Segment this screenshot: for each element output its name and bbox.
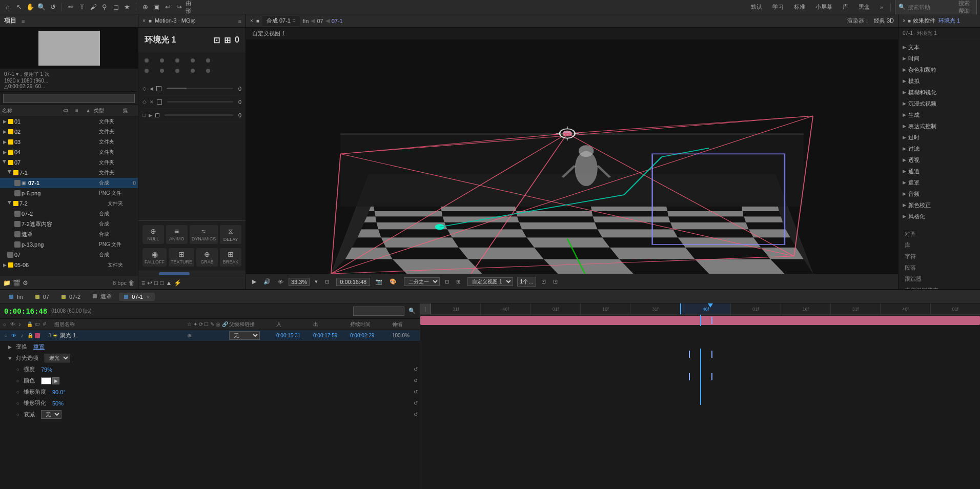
motion-footer-icon4[interactable]: □	[160, 279, 164, 287]
intensity-keyframe-icon[interactable]: ○	[16, 367, 22, 372]
list-item[interactable]: ▶ 05-06 文件夹	[0, 260, 138, 270]
list-item[interactable]: 7-2遮罩内容 合成	[0, 219, 138, 229]
light-options-row[interactable]: ▶ 灯光选项 聚光	[0, 353, 420, 364]
new-comp-icon[interactable]: 🎬	[13, 279, 21, 287]
tl-tab-mask[interactable]: 遮罩	[88, 292, 117, 301]
sync-icon[interactable]: ⊡	[539, 277, 548, 286]
view-select[interactable]: 自定义视图 1	[467, 277, 513, 286]
list-item[interactable]: ▶ 7-1 文件夹	[0, 168, 138, 178]
effect-item-audio[interactable]: ▶ 音频	[899, 188, 980, 199]
transform-reset-link[interactable]: 重置	[33, 343, 45, 351]
tab-default[interactable]: 默认	[748, 2, 765, 12]
search-box[interactable]: 🔍 搜索帮助	[895, 0, 977, 16]
effect-item-color[interactable]: ▶ 颜色校正	[899, 199, 980, 211]
list-item[interactable]: ▶ 7-2 文件夹	[0, 198, 138, 209]
motion-footer-icon2[interactable]: ↩	[147, 279, 152, 287]
layer-visible-icon[interactable]: 👁	[10, 332, 17, 339]
brush-icon[interactable]: 🖌	[89, 3, 98, 12]
list-item-07-1[interactable]: ▣ 07-1 合成 0	[0, 178, 138, 188]
light-type-select-wrapper[interactable]: 聚光	[45, 354, 70, 362]
tl-tab-07-2[interactable]: 07-2	[56, 293, 86, 301]
tab-library[interactable]: 库	[840, 2, 851, 12]
zoom-ratio-dropdown[interactable]: 二分之一	[404, 277, 440, 286]
fit-icon2[interactable]: ⊡	[323, 278, 331, 286]
falloff-select[interactable]: 无	[41, 410, 62, 419]
comp-viewport[interactable]	[246, 40, 898, 274]
motion-scrollbar[interactable]	[138, 271, 246, 276]
layer-lock-icon[interactable]: 🔒	[27, 332, 34, 339]
tl-tab-07-1[interactable]: 07-1 ×	[119, 293, 154, 301]
falloff-select-wrapper[interactable]: 无	[41, 410, 62, 419]
falloff-reset-icon[interactable]: ↺	[414, 412, 418, 417]
texture-btn[interactable]: ⊞ TEXTURE	[169, 248, 194, 267]
effect-item-mask[interactable]: ▶ 遮罩	[899, 177, 980, 188]
breadcrumb-07[interactable]: 07	[317, 18, 323, 24]
cone-keyframe-icon[interactable]: ○	[16, 390, 22, 395]
color-arrow-icon[interactable]: ▶	[52, 377, 59, 384]
redo-icon[interactable]: ↪	[174, 3, 183, 12]
anchor-icon[interactable]: ⊕	[140, 3, 150, 12]
motion-footer-icon5[interactable]: ▲	[166, 279, 172, 287]
motion-footer-icon3[interactable]: □	[154, 279, 158, 287]
list-item[interactable]: ▶ 07 文件夹	[0, 157, 138, 168]
layer-solo-icon[interactable]: ○	[2, 332, 9, 339]
clone-icon[interactable]: ⚲	[100, 3, 109, 12]
comp-close-icon[interactable]: ×	[250, 18, 253, 24]
tl-tab-07[interactable]: 07	[30, 293, 54, 301]
cone-feather-value[interactable]: 50%	[52, 400, 64, 406]
color-reset-icon[interactable]: ↺	[414, 378, 418, 383]
list-item[interactable]: 07-2 合成	[0, 209, 138, 219]
new-folder-icon[interactable]: 📁	[3, 279, 11, 287]
tab-small[interactable]: 小屏幕	[812, 2, 835, 12]
tab-standard[interactable]: 标准	[791, 2, 808, 12]
effect-item-grain[interactable]: ▶ 杂色和颗粒	[899, 64, 980, 75]
effect-item-stylize[interactable]: ▶ 风格化	[899, 211, 980, 222]
camera-icon[interactable]: 📷	[373, 277, 384, 286]
effect-item-channel[interactable]: ▶ 通道	[899, 166, 980, 177]
cone-angle-value[interactable]: 90.0°	[52, 389, 66, 395]
falloff-btn[interactable]: ◉ FALLOFF	[142, 248, 167, 267]
dynamics-btn[interactable]: ≈ DYNAMICS	[190, 225, 218, 244]
pen-icon[interactable]: ✏	[66, 3, 75, 12]
tab-learn[interactable]: 学习	[769, 2, 787, 12]
color-keyframe-icon[interactable]: ○	[16, 378, 22, 383]
project-search-input[interactable]	[3, 94, 135, 103]
tl-tab-fin[interactable]: fin	[4, 293, 28, 301]
breadcrumb-active[interactable]: 07-1	[332, 18, 343, 24]
settings-icon2[interactable]: 0	[235, 35, 239, 45]
color-picker-icon[interactable]: 🎨	[387, 277, 399, 286]
breadcrumb-fin[interactable]: fin	[303, 18, 309, 24]
falloff-keyframe-icon[interactable]: ○	[16, 412, 22, 417]
preview-icon[interactable]: 👁	[276, 278, 285, 286]
grab-btn[interactable]: ⊕ GRAB	[196, 248, 218, 267]
eraser-icon[interactable]: ◻	[111, 3, 120, 12]
motion-footer-icon6[interactable]: ⚡	[174, 279, 181, 287]
effect-item-text[interactable]: ▶ 文本	[899, 42, 980, 53]
hand-icon[interactable]: ✋	[26, 3, 35, 12]
tab-blackbox[interactable]: 黑盒	[855, 2, 873, 12]
layer-row-spotlight[interactable]: ○ 👁 ♪ 🔒 3 ☀ 聚光 1 ⊕ 无	[0, 330, 420, 341]
layer-bar-spotlight[interactable]	[420, 315, 980, 326]
parent-select[interactable]: 无	[229, 331, 260, 340]
fit-icon[interactable]: ⊞	[224, 35, 231, 45]
motion-footer-icon1[interactable]: ≡	[141, 279, 145, 287]
list-item[interactable]: p-13.png PNG 文件	[0, 239, 138, 250]
effect-item-sim[interactable]: ▶ 模拟	[899, 75, 980, 87]
motion-close-icon[interactable]: ×	[142, 18, 146, 24]
comp-tab-menu[interactable]: =	[293, 18, 296, 24]
animo-btn[interactable]: ≡ ANIMO	[166, 225, 188, 244]
expand-icon[interactable]: ⊡	[213, 35, 220, 45]
expand-icon2[interactable]: ⊡	[551, 277, 560, 286]
intensity-value[interactable]: 79%	[41, 366, 52, 373]
channels-icon2[interactable]: ⊞	[454, 278, 462, 286]
layer-audio-icon[interactable]: ♪	[18, 332, 26, 339]
color-swatch[interactable]	[41, 377, 51, 384]
feather-reset-icon[interactable]: ↺	[414, 400, 418, 406]
effect-item-time[interactable]: ▶ 时间	[899, 53, 980, 64]
zoom-dropdown-icon[interactable]: ▾	[313, 277, 320, 286]
undo-icon[interactable]: ↩	[163, 3, 172, 12]
cone-reset-icon[interactable]: ↺	[414, 389, 418, 395]
scrollbar-thumb[interactable]	[159, 272, 190, 275]
expand-arrow-icon2[interactable]: ▶	[8, 356, 13, 360]
home-icon[interactable]: ⌂	[3, 3, 12, 12]
